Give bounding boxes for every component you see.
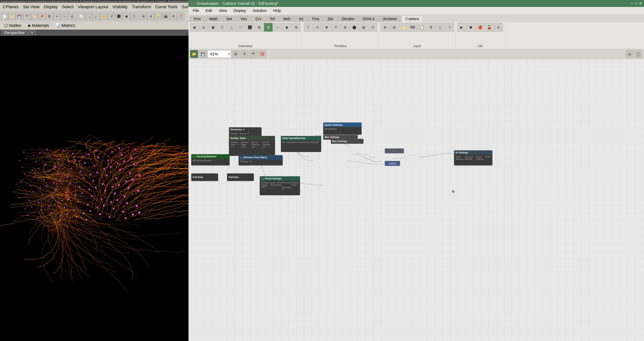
tab-nodes[interactable]: ⬡ Nodes — [2, 22, 24, 29]
input-btn-6[interactable]: 🎚 — [427, 23, 436, 32]
node-behavior-data[interactable]: 🦗 Behavior Data Object Flocking ⟶ — [238, 155, 283, 165]
ribbon-tab-diva[interactable]: DIVA 4 — [359, 16, 378, 22]
gh-menu-edit[interactable]: Edit — [202, 8, 215, 14]
geo-btn-7[interactable]: ⬛ — [246, 23, 254, 32]
node-trail-data-left[interactable]: Trail Data — [191, 173, 218, 181]
node-misc-settings-right[interactable]: Misc Settings — [331, 139, 364, 144]
gh-btn-right-2[interactable]: ◯ — [634, 50, 642, 58]
ribbon-tab-set[interactable]: Set — [222, 16, 236, 22]
toolbar-delete[interactable]: 🗑 — [46, 13, 53, 20]
input-btn-4[interactable]: ⌨ — [408, 23, 417, 32]
input-btn-5[interactable]: 📋 — [418, 23, 426, 32]
node-vel-multiplier[interactable]: Air Settings Move Settings Surround Sett… — [454, 150, 492, 165]
menu-curve-tools[interactable]: Curve Tools — [153, 4, 180, 10]
zoom-selector[interactable]: 61% 50% 75% 100% — [208, 50, 231, 58]
toolbar-zoom-selected[interactable]: 🔎 — [93, 13, 100, 20]
geo-btn-11[interactable]: ◆ — [282, 23, 291, 32]
toolbar-paste[interactable]: 📌 — [38, 13, 46, 20]
util-btn-3[interactable]: 🍎 — [476, 23, 484, 32]
gh-window-minimize[interactable]: ─ — [631, 1, 634, 6]
util-btn-4[interactable]: 🍒 — [485, 23, 494, 32]
geo-btn-4[interactable]: ⬡ — [218, 23, 226, 32]
ribbon-tab-vec[interactable]: Vec — [236, 16, 251, 22]
toolbar-zoom-win[interactable]: 🔍 — [85, 13, 92, 20]
gh-canvas[interactable]: Speed Settings Boundarize Dimension ▼ Bo… — [188, 59, 644, 341]
ribbon-tab-math[interactable]: Math — [205, 16, 222, 22]
rhino-viewport[interactable] — [0, 36, 188, 341]
menu-transform[interactable]: Transform — [130, 4, 153, 10]
prim-btn-2[interactable]: A — [313, 23, 322, 32]
viewport-dropdown-arrow[interactable]: ▼ — [28, 30, 36, 35]
node-flocking-behavior[interactable]: 🦗 Flocking Behavior Flocking Behavior — [191, 154, 230, 165]
gh-menu-help[interactable]: Help — [270, 8, 284, 14]
ribbon-tab-dendro[interactable]: Dendro — [338, 16, 358, 22]
gh-menu-solution[interactable]: Solution — [250, 8, 270, 14]
prim-btn-5[interactable]: ⊞ — [341, 23, 350, 32]
toolbar-grid[interactable]: ⊞ — [140, 13, 147, 20]
toolbar-undo[interactable]: ↩ — [53, 13, 60, 20]
input-btn-3[interactable]: 📁 — [399, 23, 408, 32]
toolbar-deselect[interactable]: ☐ — [130, 13, 138, 20]
node-number-sliders[interactable]: Number Slider Number Slider · 0 17 Numbe… — [229, 136, 275, 156]
menu-setview[interactable]: Set View — [21, 4, 41, 10]
input-btn-1[interactable]: ⊕ — [380, 23, 389, 32]
ribbon-tab-srf[interactable]: Srf — [266, 16, 279, 22]
menu-select[interactable]: Select — [60, 4, 76, 10]
prim-btn-1[interactable]: 1 — [304, 23, 312, 32]
toolbar-help[interactable]: ❓ — [177, 13, 184, 20]
geo-btn-8[interactable]: ⊞ — [255, 23, 264, 32]
toolbar-render[interactable]: 🎬 — [162, 13, 170, 20]
menu-visibility[interactable]: Visibility — [110, 4, 130, 10]
gh-btn-right-1[interactable]: ◎ — [626, 50, 634, 58]
toolbar-save[interactable]: 💾 — [16, 13, 23, 20]
ribbon-tab-prm[interactable]: Prm — [190, 16, 205, 22]
toolbar-shade[interactable]: 💡 — [155, 13, 162, 20]
toolbar-zoom-extents[interactable]: ⬜ — [78, 13, 85, 20]
input-btn-2[interactable]: ⊞ — [390, 23, 398, 32]
toolbar-cut[interactable]: ✂️ — [23, 13, 30, 20]
menu-display[interactable]: Display — [42, 4, 60, 10]
gh-btn-open[interactable]: 📂 — [190, 50, 198, 58]
menu-cplanes[interactable]: CPlanes — [1, 4, 20, 10]
gh-menu-display[interactable]: Display — [230, 8, 249, 14]
geo-btn-10[interactable]: ⬦ — [273, 23, 282, 32]
ribbon-tab-int[interactable]: Int — [295, 16, 307, 22]
gh-menu-view[interactable]: View — [216, 8, 230, 14]
toolbar-rotate[interactable]: ↺ — [108, 13, 115, 20]
toolbar-settings[interactable]: ⚙ — [170, 13, 177, 20]
geo-btn-9[interactable]: ⊕ — [264, 23, 273, 32]
node-trail-data-right[interactable]: Trail Data — [227, 173, 254, 181]
ribbon-tab-archeim[interactable]: Archeim — [379, 16, 401, 22]
menu-viewport-layout[interactable]: Viewport Layout — [76, 4, 110, 10]
geo-btn-6[interactable]: ⬭ — [236, 23, 245, 32]
input-btn-7[interactable]: ◻ — [436, 23, 445, 32]
input-btn-8[interactable]: ⊹ — [445, 23, 454, 32]
ribbon-tab-trns[interactable]: Trns — [308, 16, 323, 22]
toolbar-select-window[interactable]: ▣ — [123, 13, 130, 20]
geo-btn-1[interactable]: ◉ — [190, 23, 199, 32]
toolbar-select-all[interactable]: ⬛ — [115, 13, 122, 20]
ribbon-tab-crv[interactable]: Crv — [252, 16, 266, 22]
node-initial-speed[interactable]: Initial SpeedDirection Min Speed Max For… — [281, 136, 321, 152]
prim-btn-3[interactable]: ■ — [322, 23, 331, 32]
select-btn-label[interactable]: Select — [385, 161, 400, 166]
tab-metrics[interactable]: 📊 Metrics — [52, 22, 78, 29]
prim-btn-8[interactable]: ⊡ — [368, 23, 377, 32]
prim-btn-4[interactable]: ☀ — [332, 23, 340, 32]
geo-btn-5[interactable]: △ — [227, 23, 236, 32]
gh-menu-file[interactable]: File — [190, 8, 202, 14]
gh-btn-cross[interactable]: ✛ — [240, 50, 248, 58]
toolbar-print[interactable]: 🖨 — [68, 13, 76, 20]
toolbar-copy[interactable]: 📋 — [31, 13, 38, 20]
node-visual-settings[interactable]: 🦗 Visual Settings Boolean Toggle · P&T A… — [260, 176, 300, 195]
ribbon-tab-dis[interactable]: Dis — [324, 16, 338, 22]
util-btn-1[interactable]: ▶ — [457, 23, 466, 32]
gh-btn-fit[interactable]: ⊞ — [232, 50, 240, 58]
gh-btn-save[interactable]: 💾 — [199, 50, 207, 58]
toolbar-pan[interactable]: ✋ — [100, 13, 108, 20]
prim-btn-7[interactable]: ▤ — [359, 23, 368, 32]
node-speed-settings[interactable]: Speed Settings Boundarize — [323, 122, 362, 135]
gh-btn-eye[interactable]: 👁 — [249, 50, 257, 58]
gh-window-maximize[interactable]: □ — [635, 1, 637, 6]
geo-btn-2[interactable]: ◎ — [199, 23, 208, 32]
